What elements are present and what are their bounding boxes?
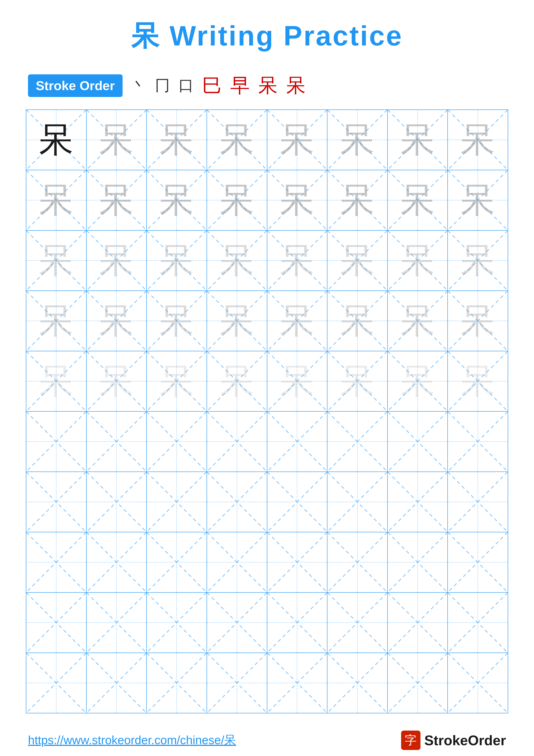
grid-cell[interactable]: 呆 bbox=[388, 170, 448, 230]
grid-cell[interactable]: 呆 bbox=[207, 230, 267, 291]
grid-cell[interactable] bbox=[327, 653, 388, 713]
svg-line-133 bbox=[147, 593, 207, 653]
grid-cell[interactable]: 呆 bbox=[447, 110, 508, 170]
grid-cell[interactable] bbox=[267, 653, 327, 713]
grid-cell[interactable] bbox=[388, 411, 448, 472]
grid-cell[interactable] bbox=[207, 411, 267, 472]
grid-cell[interactable] bbox=[146, 472, 207, 532]
grid-cell[interactable] bbox=[26, 592, 87, 653]
grid-cell[interactable] bbox=[447, 592, 508, 653]
grid-cell[interactable]: 呆 bbox=[87, 170, 147, 230]
grid-cell[interactable] bbox=[207, 592, 267, 653]
grid-cell[interactable]: 呆 bbox=[87, 110, 147, 170]
grid-cell[interactable]: 呆 bbox=[207, 291, 267, 351]
grid-cell[interactable]: 呆 bbox=[146, 110, 207, 170]
grid-cell[interactable] bbox=[388, 472, 448, 532]
grid-cell[interactable] bbox=[267, 592, 327, 653]
char-display: 呆 bbox=[159, 183, 194, 217]
char-display: 呆 bbox=[340, 183, 375, 217]
grid-cell[interactable] bbox=[207, 532, 267, 592]
grid-cell[interactable]: 呆 bbox=[267, 230, 327, 291]
grid-cell[interactable] bbox=[87, 532, 147, 592]
footer-logo: 字 StrokeOrder bbox=[401, 731, 506, 750]
grid-cell[interactable] bbox=[327, 411, 388, 472]
grid-cell[interactable]: 呆 bbox=[26, 291, 87, 351]
grid-cell[interactable]: 呆 bbox=[146, 170, 207, 230]
svg-line-103 bbox=[207, 472, 267, 532]
grid-cell[interactable]: 呆 bbox=[207, 110, 267, 170]
grid-cell[interactable]: 呆 bbox=[207, 351, 267, 411]
grid-cell[interactable] bbox=[207, 472, 267, 532]
grid-cell[interactable]: 呆 bbox=[267, 110, 327, 170]
grid-cell[interactable] bbox=[87, 592, 147, 653]
grid-cell[interactable]: 呆 bbox=[388, 351, 448, 411]
grid-cell[interactable]: 呆 bbox=[267, 351, 327, 411]
grid-cell[interactable] bbox=[388, 592, 448, 653]
footer-url[interactable]: https://www.strokeorder.com/chinese/呆 bbox=[28, 732, 236, 748]
grid-cell[interactable] bbox=[447, 472, 508, 532]
table-row bbox=[26, 592, 508, 653]
grid-cell[interactable] bbox=[87, 653, 147, 713]
grid-cell[interactable] bbox=[87, 472, 147, 532]
grid-cell[interactable] bbox=[388, 653, 448, 713]
grid-cell[interactable]: 呆 bbox=[146, 291, 207, 351]
grid-cell[interactable] bbox=[26, 532, 87, 592]
grid-cell[interactable]: 呆 bbox=[447, 170, 508, 230]
grid-cell[interactable] bbox=[146, 532, 207, 592]
grid-cell[interactable] bbox=[447, 411, 508, 472]
svg-line-111 bbox=[448, 472, 508, 532]
grid-cell[interactable]: 呆 bbox=[267, 291, 327, 351]
table-row bbox=[26, 472, 508, 532]
char-display: 呆 bbox=[340, 243, 375, 278]
grid-cell[interactable] bbox=[267, 472, 327, 532]
grid-cell[interactable]: 呆 bbox=[388, 291, 448, 351]
grid-cell[interactable] bbox=[267, 411, 327, 472]
grid-cell[interactable] bbox=[146, 653, 207, 713]
stroke-seq-char-7: 呆 bbox=[286, 72, 310, 99]
grid-cell[interactable] bbox=[146, 411, 207, 472]
grid-cell[interactable]: 呆 bbox=[87, 291, 147, 351]
stroke-seq-char-5: 早 bbox=[230, 72, 254, 99]
logo-name: StrokeOrder bbox=[424, 732, 506, 748]
grid-cell[interactable] bbox=[388, 532, 448, 592]
grid-cell[interactable] bbox=[87, 411, 147, 472]
grid-cell[interactable] bbox=[26, 653, 87, 713]
grid-cell[interactable]: 呆 bbox=[327, 230, 388, 291]
grid-cell[interactable]: 呆 bbox=[146, 230, 207, 291]
grid-cell[interactable] bbox=[447, 532, 508, 592]
grid-cell[interactable]: 呆 bbox=[146, 351, 207, 411]
svg-line-113 bbox=[26, 532, 86, 592]
grid-cell[interactable]: 呆 bbox=[447, 230, 508, 291]
svg-line-143 bbox=[448, 593, 508, 653]
grid-cell[interactable] bbox=[267, 532, 327, 592]
grid-cell[interactable]: 呆 bbox=[26, 110, 87, 170]
page: 呆 Writing Practice Stroke Order 丶 冂 口 巳 … bbox=[0, 0, 534, 756]
char-display: 呆 bbox=[461, 183, 495, 217]
grid-cell[interactable]: 呆 bbox=[26, 230, 87, 291]
grid-cell[interactable]: 呆 bbox=[26, 170, 87, 230]
grid-cell[interactable]: 呆 bbox=[388, 110, 448, 170]
grid-cell[interactable]: 呆 bbox=[327, 170, 388, 230]
grid-cell[interactable] bbox=[146, 592, 207, 653]
grid-cell[interactable] bbox=[26, 411, 87, 472]
svg-line-141 bbox=[388, 593, 447, 653]
grid-cell[interactable] bbox=[327, 532, 388, 592]
grid-cell[interactable] bbox=[207, 653, 267, 713]
grid-cell[interactable]: 呆 bbox=[447, 351, 508, 411]
grid-cell[interactable] bbox=[447, 653, 508, 713]
grid-cell[interactable]: 呆 bbox=[327, 291, 388, 351]
grid-cell[interactable]: 呆 bbox=[267, 170, 327, 230]
svg-line-121 bbox=[267, 532, 327, 592]
grid-cell[interactable] bbox=[327, 472, 388, 532]
grid-cell[interactable] bbox=[327, 592, 388, 653]
grid-cell[interactable]: 呆 bbox=[87, 230, 147, 291]
grid-cell[interactable]: 呆 bbox=[327, 110, 388, 170]
grid-cell[interactable] bbox=[26, 472, 87, 532]
grid-cell[interactable]: 呆 bbox=[207, 170, 267, 230]
grid-cell[interactable]: 呆 bbox=[327, 351, 388, 411]
grid-cell[interactable]: 呆 bbox=[26, 351, 87, 411]
stroke-seq-mark-3: 口 bbox=[179, 75, 198, 96]
grid-cell[interactable]: 呆 bbox=[447, 291, 508, 351]
grid-cell[interactable]: 呆 bbox=[87, 351, 147, 411]
grid-cell[interactable]: 呆 bbox=[388, 230, 448, 291]
